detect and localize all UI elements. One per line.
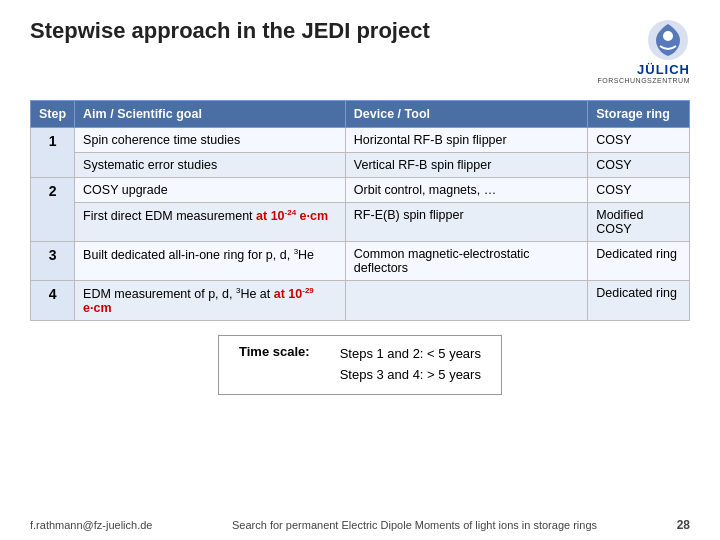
- table-row: 3 Built dedicated all-in-one ring for p,…: [31, 242, 690, 281]
- table-row: 4 EDM measurement of p, d, 3He at at 10-…: [31, 281, 690, 321]
- step-4-cell: 4: [31, 281, 75, 321]
- table-row: Systematic error studies Vertical RF-B s…: [31, 153, 690, 178]
- table-row: 2 COSY upgrade Orbit control, magnets, ……: [31, 178, 690, 203]
- footer-email: f.rathmann@fz-juelich.de: [30, 519, 152, 531]
- row-2-tool-2: RF-E(B) spin flipper: [345, 203, 587, 242]
- logo-sub: FORSCHUNGSZENTRUM: [598, 77, 691, 84]
- col-step: Step: [31, 101, 75, 128]
- row-1-ring-2: COSY: [588, 153, 690, 178]
- timescale-values: Steps 1 and 2: < 5 years Steps 3 and 4: …: [340, 344, 481, 386]
- row-3-ring: Dedicated ring: [588, 242, 690, 281]
- row-1-tool-2: Vertical RF-B spin flipper: [345, 153, 587, 178]
- row-2-ring-2: Modified COSY: [588, 203, 690, 242]
- table-row: First direct EDM measurement at 10-24 e·…: [31, 203, 690, 242]
- timescale-section: Time scale: Steps 1 and 2: < 5 years Ste…: [30, 335, 690, 395]
- main-table: Step Aim / Scientific goal Device / Tool…: [30, 100, 690, 321]
- timescale-line1: Steps 1 and 2: < 5 years: [340, 344, 481, 365]
- timescale-line2: Steps 3 and 4: > 5 years: [340, 365, 481, 386]
- col-aim: Aim / Scientific goal: [75, 101, 346, 128]
- footer-title: Search for permanent Electric Dipole Mom…: [232, 519, 597, 531]
- svg-point-1: [663, 31, 673, 41]
- row-1-ring-1: COSY: [588, 128, 690, 153]
- footer-page: 28: [677, 518, 690, 532]
- footer: f.rathmann@fz-juelich.de Search for perm…: [0, 518, 720, 532]
- col-device: Device / Tool: [345, 101, 587, 128]
- row-3-goal: Built dedicated all-in-one ring for p, d…: [75, 242, 346, 281]
- col-storage: Storage ring: [588, 101, 690, 128]
- row-1-goal-2: Systematic error studies: [75, 153, 346, 178]
- step-3-cell: 3: [31, 242, 75, 281]
- row-4-ring: Dedicated ring: [588, 281, 690, 321]
- row-4-goal: EDM measurement of p, d, 3He at at 10-29…: [75, 281, 346, 321]
- row-2-goal-1: COSY upgrade: [75, 178, 346, 203]
- row-2-ring-1: COSY: [588, 178, 690, 203]
- row-1-tool-1: Horizontal RF-B spin flipper: [345, 128, 587, 153]
- logo-text: JÜLICH: [637, 62, 690, 77]
- row-4-tool: [345, 281, 587, 321]
- row-1-goal-1: Spin coherence time studies: [75, 128, 346, 153]
- timescale-box: Time scale: Steps 1 and 2: < 5 years Ste…: [218, 335, 502, 395]
- row-2-tool-1: Orbit control, magnets, …: [345, 178, 587, 203]
- row-3-tool: Common magnetic-electrostatic deflectors: [345, 242, 587, 281]
- logo: JÜLICH FORSCHUNGSZENTRUM: [598, 18, 691, 84]
- table-row: 1 Spin coherence time studies Horizontal…: [31, 128, 690, 153]
- timescale-label: Time scale:: [239, 344, 310, 386]
- row-2-goal-2: First direct EDM measurement at 10-24 e·…: [75, 203, 346, 242]
- step-2-cell: 2: [31, 178, 75, 242]
- page-title: Stepwise approach in the JEDI project: [30, 18, 430, 44]
- step-1-cell: 1: [31, 128, 75, 178]
